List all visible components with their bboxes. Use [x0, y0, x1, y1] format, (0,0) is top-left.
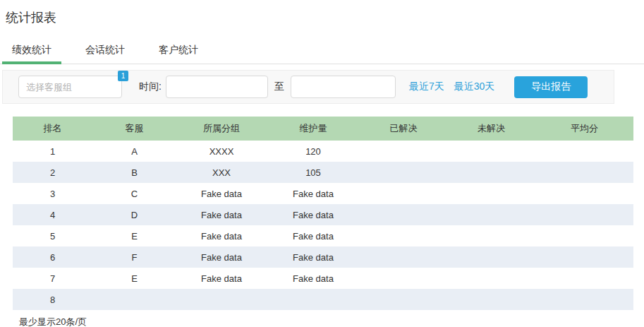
- tabs-bar: 绩效统计会话统计客户统计: [0, 42, 644, 64]
- table-header-row: 排名客服所属分组维护量已解决未解决平均分: [13, 117, 633, 141]
- table-cell: Fake data: [176, 268, 267, 289]
- table-cell: Fake data: [267, 246, 360, 268]
- table-cell: [447, 268, 535, 289]
- link-last-30-days[interactable]: 最近30天: [454, 81, 495, 92]
- table-row: 8: [13, 289, 633, 310]
- table-cell: [360, 183, 447, 204]
- table-cell: [447, 225, 535, 246]
- table-cell: Fake data: [176, 204, 267, 225]
- table-cell: F: [92, 246, 176, 268]
- table-row: 5EFake dataFake data: [13, 225, 633, 246]
- table-row: 7EFake dataFake data: [13, 268, 633, 289]
- tab-customer-stats[interactable]: 客户统计: [149, 42, 208, 64]
- column-header: 未解决: [447, 117, 535, 141]
- table-cell: D: [92, 204, 176, 225]
- date-to-input[interactable]: [291, 76, 396, 98]
- table-cell: [535, 289, 633, 310]
- link-last-7-days[interactable]: 最近7天: [409, 81, 444, 92]
- table-cell: [535, 225, 633, 246]
- table-cell: [535, 246, 633, 268]
- table-cell: Fake data: [267, 225, 360, 246]
- quick-links: 最近7天最近30天: [396, 81, 494, 93]
- column-header: 排名: [13, 117, 92, 141]
- column-header: 客服: [92, 117, 176, 141]
- selected-count-badge: 1: [118, 71, 128, 81]
- table-cell: E: [92, 268, 176, 289]
- table-cell: 7: [13, 268, 92, 289]
- table-cell: Fake data: [267, 268, 360, 289]
- table-cell: E: [92, 225, 176, 246]
- table-cell: [535, 204, 633, 225]
- table-cell: Fake data: [267, 204, 360, 225]
- table-cell: [447, 141, 535, 162]
- table-cell: [447, 246, 535, 268]
- to-label: 至: [274, 81, 284, 93]
- table-cell: C: [92, 183, 176, 204]
- table-cell: [360, 268, 447, 289]
- table-cell: [535, 141, 633, 162]
- table-cell: [535, 268, 633, 289]
- export-report-button[interactable]: 导出报告: [514, 76, 588, 98]
- table-cell: Fake data: [176, 225, 267, 246]
- table-cell: [176, 289, 267, 310]
- table-cell: [535, 183, 633, 204]
- page-title: 统计报表: [6, 10, 644, 25]
- table-row: 3CFake dataFake data: [13, 183, 633, 204]
- column-header: 已解决: [360, 117, 447, 141]
- table-cell: Fake data: [176, 183, 267, 204]
- table-cell: 1: [13, 141, 92, 162]
- table-cell: Fake data: [176, 246, 267, 268]
- table-cell: [535, 162, 633, 183]
- table-cell: [267, 289, 360, 310]
- column-header: 平均分: [535, 117, 633, 141]
- table-cell: [360, 141, 447, 162]
- table-cell: B: [92, 162, 176, 183]
- table-cell: [92, 289, 176, 310]
- table-cell: [447, 204, 535, 225]
- filter-bar: 1 时间: 至 最近7天最近30天 导出报告: [2, 70, 614, 104]
- column-header: 所属分组: [176, 117, 267, 141]
- table-cell: Fake data: [267, 183, 360, 204]
- table-row: 6FFake dataFake data: [13, 246, 633, 268]
- group-select-wrap: 1: [18, 76, 122, 98]
- page-size-note: 最少显示20条/页: [19, 316, 644, 327]
- table-row: 2BXXX105: [13, 162, 633, 183]
- tab-performance-stats[interactable]: 绩效统计: [2, 42, 61, 64]
- table-cell: [360, 204, 447, 225]
- table-cell: [360, 162, 447, 183]
- table-cell: [447, 183, 535, 204]
- table-cell: XXXX: [176, 141, 267, 162]
- table-row: 1AXXXX120: [13, 141, 633, 162]
- table-cell: 8: [13, 289, 92, 310]
- table-body: 1AXXXX1202BXXX1053CFake dataFake data4DF…: [13, 141, 633, 310]
- table-cell: 5: [13, 225, 92, 246]
- table-row: 4DFake dataFake data: [13, 204, 633, 225]
- performance-stats-table: 排名客服所属分组维护量已解决未解决平均分 1AXXXX1202BXXX1053C…: [13, 117, 633, 310]
- table-cell: [360, 289, 447, 310]
- table-cell: 3: [13, 183, 92, 204]
- time-label: 时间:: [139, 81, 162, 93]
- table-cell: A: [92, 141, 176, 162]
- table-cell: XXX: [176, 162, 267, 183]
- table-cell: [360, 225, 447, 246]
- table-cell: [360, 246, 447, 268]
- table-cell: 6: [13, 246, 92, 268]
- table-cell: 4: [13, 204, 92, 225]
- date-from-input[interactable]: [166, 76, 268, 98]
- table-cell: 2: [13, 162, 92, 183]
- table-cell: 120: [267, 141, 360, 162]
- table-cell: [447, 289, 535, 310]
- table-cell: 105: [267, 162, 360, 183]
- table-cell: [447, 162, 535, 183]
- group-select-input[interactable]: [18, 76, 122, 98]
- column-header: 维护量: [267, 117, 360, 141]
- tab-session-stats[interactable]: 会话统计: [75, 42, 135, 64]
